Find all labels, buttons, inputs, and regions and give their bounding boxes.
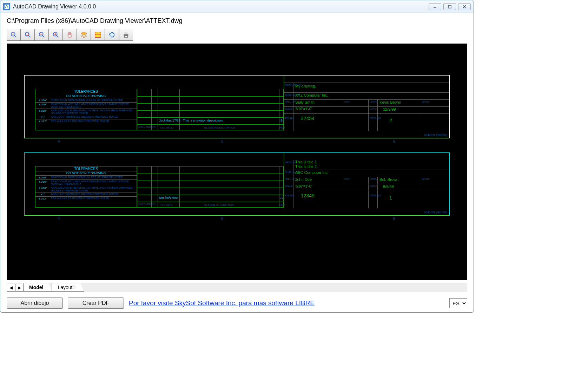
titleblock-fields: DRWG. TITLE: My drawing. CUST. NAME: XYZ… <box>284 76 449 131</box>
create-pdf-button[interactable]: Crear PDF <box>68 298 124 309</box>
svg-rect-2 <box>448 5 451 8</box>
zoom-window-button[interactable] <box>21 29 35 41</box>
titlebar: AutoCAD Drawing Viewer 4.0.0.0 <box>0 0 474 13</box>
titleblock-fields: DRWG. TITLE: This is title 1. This is ti… <box>284 153 449 208</box>
titleblock-2: TOLERANCES DO NOT SCALE DRAWING ±1/16"FR… <box>24 152 450 216</box>
language-select[interactable]: ES <box>449 298 467 308</box>
zoom-in-button[interactable] <box>49 29 63 41</box>
revision-box: Smith8/17/99 A CHECKED BY: REV DATE REAS… <box>137 166 284 208</box>
svg-rect-20 <box>124 32 127 34</box>
zoom-extents-button[interactable] <box>7 29 21 41</box>
svg-rect-21 <box>124 36 127 38</box>
maximize-button[interactable] <box>443 3 456 10</box>
tab-layout1[interactable]: Layout1 <box>52 283 84 292</box>
tab-prev-button[interactable]: ◀ <box>7 284 15 292</box>
print-button[interactable] <box>119 29 133 41</box>
svg-line-11 <box>42 35 45 38</box>
svg-line-6 <box>14 35 16 38</box>
window-title: AutoCAD Drawing Viewer 4.0.0.0 <box>13 4 429 10</box>
svg-rect-17 <box>95 32 101 38</box>
close-button[interactable] <box>458 3 471 10</box>
refresh-button[interactable] <box>105 29 119 41</box>
skysof-link[interactable]: Por favor visite SkySof Software Inc. pa… <box>129 299 315 307</box>
tolerances-box: TOLERANCES DO NOT SCALE DRAWING ±1/16"FR… <box>35 166 137 208</box>
tab-model[interactable]: Model <box>23 283 52 292</box>
pan-button[interactable] <box>63 29 77 41</box>
layers-button[interactable] <box>77 29 91 41</box>
app-icon <box>3 3 10 10</box>
toolbar <box>7 29 467 41</box>
tab-next-button[interactable]: ▶ <box>15 284 24 292</box>
file-path: C:\Program Files (x86)\AutoCAD Drawing V… <box>7 17 467 25</box>
titleblock-1: TOLERANCES DO NOT SCALE DRAWING ±1/16"FR… <box>24 75 450 138</box>
zoom-out-button[interactable] <box>35 29 49 41</box>
layout-tabs: ◀ ▶ Model Layout1 <box>7 283 467 292</box>
drawing-canvas[interactable]: TOLERANCES DO NOT SCALE DRAWING ±1/16"FR… <box>7 44 467 280</box>
svg-line-14 <box>57 35 59 38</box>
tolerances-box: TOLERANCES DO NOT SCALE DRAWING ±1/16"FR… <box>35 89 137 130</box>
minimize-button[interactable] <box>429 3 441 10</box>
svg-rect-9 <box>26 33 28 35</box>
revision-box: JackMay/17/99 This is a revision descrip… <box>137 89 284 130</box>
open-drawing-button[interactable]: Abrir dibujo <box>7 298 63 309</box>
layout-button[interactable] <box>91 29 105 41</box>
svg-line-8 <box>28 35 31 38</box>
